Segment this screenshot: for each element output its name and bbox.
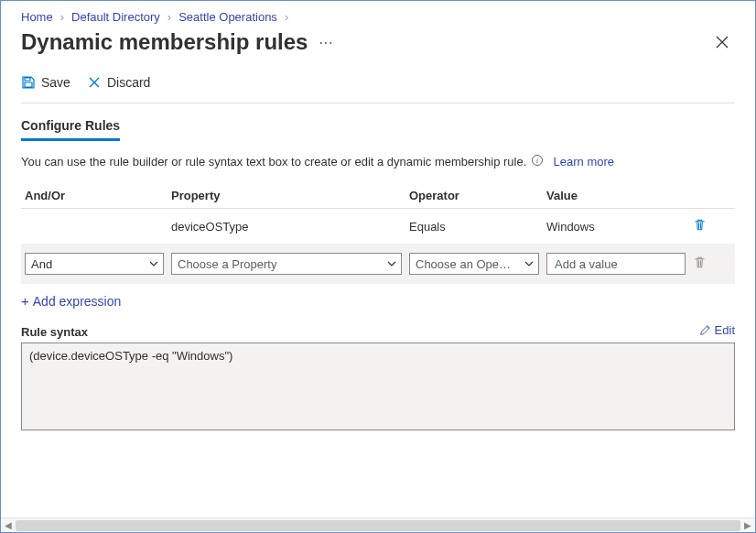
cell-property: deviceOSType [167, 216, 405, 237]
info-icon[interactable]: i [532, 155, 543, 166]
toolbar: Save Discard [21, 64, 735, 103]
discard-button[interactable]: Discard [87, 73, 150, 92]
save-button[interactable]: Save [21, 73, 70, 92]
more-icon[interactable]: ⋯ [319, 34, 334, 51]
cell-andor [21, 223, 167, 230]
chevron-right-icon: › [167, 10, 171, 24]
chevron-down-icon [386, 258, 397, 269]
chevron-right-icon: › [60, 10, 64, 24]
add-expression-button[interactable]: + Add expression [21, 293, 735, 309]
rule-syntax-box: (device.deviceOSType -eq "Windows") [21, 343, 735, 430]
breadcrumb-link-default-directory[interactable]: Default Directory [71, 10, 160, 24]
close-icon [716, 36, 729, 49]
discard-label: Discard [107, 75, 150, 90]
andor-select[interactable]: And [25, 253, 164, 275]
page-title: Dynamic membership rules [21, 29, 308, 55]
close-button[interactable] [709, 29, 735, 55]
property-select[interactable]: Choose a Property [171, 253, 402, 275]
table-header: And/Or Property Operator Value [21, 183, 735, 209]
chevron-down-icon [524, 258, 535, 269]
save-label: Save [41, 75, 70, 90]
chevron-right-icon: › [285, 10, 288, 24]
tabs: Configure Rules [21, 116, 735, 142]
cell-value: Windows [543, 216, 689, 237]
delete-row-button[interactable] [693, 218, 707, 232]
table-row-editing: And Choose a Property [21, 244, 735, 284]
chevron-down-icon [148, 258, 159, 269]
edit-syntax-button[interactable]: Edit [699, 323, 735, 337]
rule-table: And/Or Property Operator Value deviceOST… [21, 183, 735, 284]
breadcrumb-link-home[interactable]: Home [21, 10, 53, 24]
col-header-property: Property [167, 183, 405, 208]
plus-icon: + [21, 293, 29, 309]
breadcrumb: Home › Default Directory › Seattle Opera… [21, 10, 735, 24]
breadcrumb-link-seattle-operations[interactable]: Seattle Operations [178, 10, 277, 24]
tab-configure-rules[interactable]: Configure Rules [21, 116, 120, 141]
delete-row-button[interactable] [693, 256, 707, 269]
rule-syntax-label: Rule syntax [21, 325, 88, 339]
help-text: You can use the rule builder or rule syn… [21, 155, 735, 169]
scroll-thumb[interactable] [16, 520, 740, 531]
save-icon [21, 75, 36, 90]
col-header-operator: Operator [405, 183, 543, 208]
value-input[interactable] [553, 256, 664, 272]
discard-icon [87, 75, 102, 90]
value-input-wrap [546, 253, 686, 275]
col-header-value: Value [543, 183, 689, 208]
cell-operator: Equals [405, 216, 543, 237]
scroll-right-icon[interactable]: ▶ [740, 518, 755, 533]
trash-icon [693, 256, 707, 269]
col-header-andor: And/Or [21, 183, 167, 208]
operator-select[interactable]: Choose an Ope… [409, 253, 539, 275]
trash-icon [693, 218, 707, 232]
scroll-left-icon[interactable]: ◀ [1, 518, 16, 533]
table-row: deviceOSType Equals Windows [21, 209, 735, 244]
horizontal-scrollbar[interactable]: ◀ ▶ [1, 517, 755, 532]
learn-more-link[interactable]: Learn more [554, 155, 614, 169]
pencil-icon [699, 324, 711, 336]
